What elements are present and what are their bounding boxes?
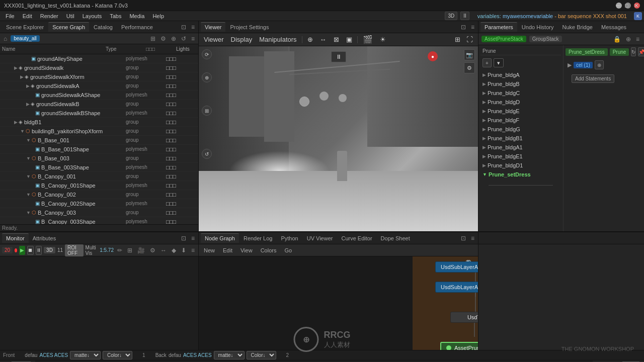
tab-viewer[interactable]: Viewer — [201, 22, 225, 32]
prune-item-bldgE1[interactable]: ▶ Prune_bldgE1 — [480, 152, 561, 161]
tree-item[interactable]: ▼ ⬡ B_Base_003 group □□□ — [0, 154, 198, 163]
nav-orbit-icon[interactable]: ⟳ — [202, 49, 212, 59]
monitor-menu-icon[interactable]: ≡ — [190, 234, 196, 242]
tree-arrow[interactable]: ▶ — [26, 83, 30, 88]
tab-attributes[interactable]: Attributes — [29, 234, 60, 243]
sg-menu-icon[interactable]: ≡ — [190, 35, 196, 43]
playback-pencil-icon[interactable]: ✏ — [116, 246, 124, 254]
add-prune-btn[interactable]: + — [482, 58, 492, 67]
viewer-fullscreen-icon[interactable]: ⛶ — [464, 35, 475, 44]
node-graph-canvas[interactable]: 🔍 UsdSubLayerAdd_scene — [199, 256, 478, 350]
tab-render-log[interactable]: Render Log — [239, 234, 277, 243]
tab-scene-explorer[interactable]: Scene Explorer — [2, 23, 48, 32]
viewer-panel-detach-icon[interactable]: ⊡ — [459, 23, 467, 31]
tab-project-settings[interactable]: Project Settings — [226, 23, 273, 32]
tree-item[interactable]: ▣ B_Base_003Shape polymesh □□□ — [0, 163, 198, 172]
prune-item-bldgB[interactable]: ▶ Prune_bldgB — [480, 79, 561, 88]
pause-btn2[interactable]: ⏸ — [36, 246, 42, 255]
prune-item-setDress[interactable]: ▼ Prune_setDress — [480, 170, 561, 179]
add-statements-button[interactable]: Add Statements — [572, 74, 614, 83]
playback-cam-icon[interactable]: 🎥 — [136, 246, 146, 254]
viewer-select-icon[interactable]: ⊕ — [305, 35, 315, 44]
ng-edit-btn[interactable]: Edit — [221, 246, 234, 254]
ng-go-btn[interactable]: Go — [282, 246, 294, 254]
viewer-btn-viewer[interactable]: Viewer — [202, 35, 226, 44]
toolbar-3d[interactable]: 3D — [445, 12, 457, 20]
tree-item[interactable]: ▶ ◈ groundSidewalkA group □□□ — [0, 81, 198, 90]
record-button[interactable]: ● — [428, 51, 438, 61]
ng-new-btn[interactable]: New — [202, 246, 217, 254]
toolbar-ii[interactable]: II — [460, 12, 469, 20]
maximize-button[interactable]: □ — [625, 3, 631, 9]
tree-item[interactable]: ▼ ⬡ B_Canopy_001 group □□□ — [0, 172, 198, 181]
playback-down-icon[interactable]: ⬇ — [180, 246, 188, 254]
tree-arrow[interactable]: ▼ — [26, 210, 31, 215]
viewer-cam-icon[interactable]: 🎬 — [361, 34, 375, 45]
playback-arr-icon[interactable]: ↔ — [159, 246, 168, 254]
nav-roll-icon[interactable]: ↺ — [202, 149, 212, 159]
menu-help[interactable]: Help — [149, 12, 168, 20]
ng-menu-icon[interactable]: ≡ — [469, 234, 476, 242]
playback-frame-icon[interactable]: ⊞ — [126, 246, 134, 254]
tab-scene-graph[interactable]: Scene Graph — [48, 22, 89, 32]
prune-item-bldgA1[interactable]: ▶ Prune_bldgA1 — [480, 143, 561, 152]
pause-button[interactable]: ⏸ — [331, 51, 346, 62]
prune-detail-refresh-btn[interactable]: ↻ — [631, 47, 636, 56]
viewer-frame-icon[interactable]: ▣ — [344, 35, 354, 44]
tab-curve-editor[interactable]: Curve Editor — [337, 234, 376, 243]
ng-node-usdsubladd-scene[interactable]: UsdSubLayerAdd_scene — [435, 261, 478, 273]
tree-item[interactable]: ▼ ⬡ B_Canopy_002 group □□□ — [0, 190, 198, 199]
playback-settings-icon[interactable]: ⚙ — [148, 246, 157, 254]
panel-detach-icon[interactable]: ⊡ — [180, 23, 188, 31]
tab-catalog[interactable]: Catalog — [90, 23, 117, 32]
tab-node-graph[interactable]: Node Graph — [201, 233, 239, 243]
tab-undo-history[interactable]: Undo History — [518, 23, 558, 32]
tree-item[interactable]: ▣ B_Canopy_003Shape polymesh □□□ — [0, 217, 198, 224]
monitor-detach-icon[interactable]: ⊡ — [180, 234, 188, 242]
viewer-zoom-icon[interactable]: ⊠ — [332, 35, 341, 44]
prune-detail-pin-btn[interactable]: 📌 — [638, 47, 644, 56]
snapshot-btn[interactable]: 📷 — [464, 49, 475, 60]
menu-tabs[interactable]: Tabs — [106, 12, 125, 20]
tree-item[interactable]: ▶ ◈ bldgB1 group □□□ — [0, 118, 198, 127]
tree-item[interactable]: ▣ groundAlleyShape polymesh □□□ — [0, 54, 198, 63]
prune-item-bldgA[interactable]: ▶ Prune_bldgA — [480, 70, 561, 79]
menu-layouts[interactable]: Layouts — [79, 12, 106, 20]
sg-filter-icon[interactable]: ⊞ — [149, 35, 157, 43]
tab-performance[interactable]: Performance — [117, 23, 157, 32]
sg-refresh-icon[interactable]: ↺ — [180, 35, 188, 43]
tree-item[interactable]: ▣ groundSidewalkAShape polymesh □□□ — [0, 90, 198, 100]
menu-render[interactable]: Render — [37, 12, 62, 20]
tab-dope-sheet[interactable]: Dope Sheet — [377, 234, 414, 243]
back-color-dropdown[interactable]: Color↓ — [247, 351, 276, 359]
cel-options-btn[interactable]: ⊕ — [595, 60, 604, 69]
tree-arrow[interactable]: ▶ — [26, 102, 30, 107]
viewer-panel-menu-icon[interactable]: ≡ — [469, 23, 476, 31]
tree-home-icon[interactable]: ⌂ — [2, 35, 9, 43]
prune-item-bldgF[interactable]: ▶ Prune_bldgF — [480, 116, 561, 125]
cel-expand-icon[interactable]: ▶ — [568, 62, 572, 68]
tree-item[interactable]: ▶ ◈ groundSidewalkXform group □□□ — [0, 72, 198, 81]
tree-item[interactable]: ▣ B_Base_001Shape polymesh □□□ — [0, 145, 198, 154]
ng-node-asset-prune-stack[interactable]: AssetPruneStack — [440, 342, 478, 350]
nav-pan-icon[interactable]: ⊕ — [202, 72, 212, 82]
viewer-rotate-icon[interactable]: ↔ — [318, 35, 329, 44]
tree-arrow[interactable]: ▼ — [26, 138, 31, 143]
overlay-settings-btn[interactable]: ⚙ — [464, 62, 475, 73]
tree-arrow[interactable]: ▶ — [20, 74, 24, 79]
viewer-light-icon[interactable]: ☀ — [378, 35, 388, 44]
tree-item[interactable]: ▼ ⬡ buildingB_yakitoriShopXform group □□… — [0, 127, 198, 136]
params-search-icon[interactable]: ⊕ — [624, 35, 632, 43]
tab-parameters[interactable]: Parameters — [480, 22, 517, 32]
ng-colors-btn[interactable]: Colors — [259, 246, 279, 254]
tree-arrow[interactable]: ▶ — [14, 120, 18, 125]
panel-menu-icon[interactable]: ≡ — [190, 23, 196, 31]
tab-messages[interactable]: Messages — [597, 23, 630, 32]
tab-monitor[interactable]: Monitor — [2, 233, 29, 243]
ng-node-usd-to-katana[interactable]: UsdToKatana1 — [450, 312, 478, 323]
tree-arrow[interactable]: ▼ — [20, 129, 25, 134]
tree-item[interactable]: ▣ B_Canopy_001Shape polymesh □□□ — [0, 181, 198, 190]
prune-item-bldgC[interactable]: ▶ Prune_bldgC — [480, 88, 561, 98]
play-button[interactable]: ▶ — [19, 246, 25, 255]
menu-util[interactable]: Util — [63, 12, 78, 20]
